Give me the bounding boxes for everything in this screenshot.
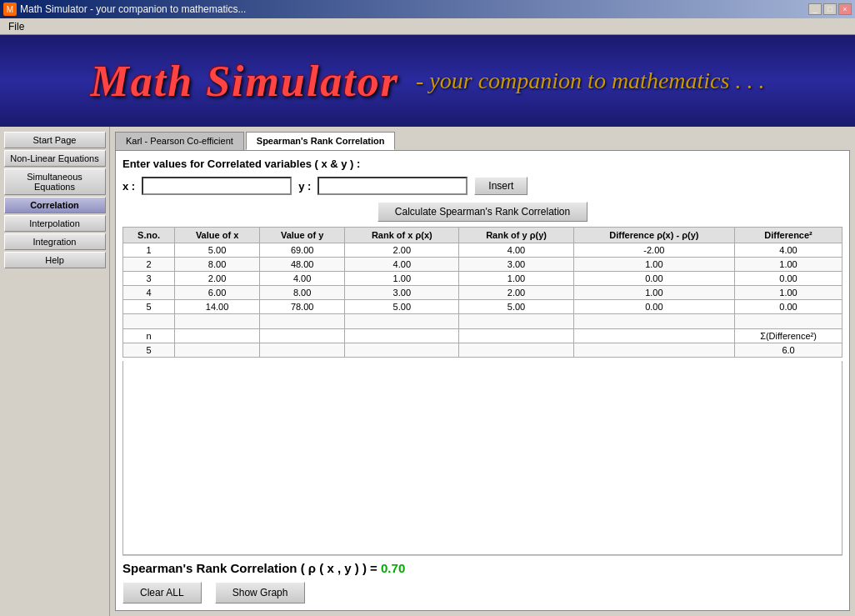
insert-button[interactable]: Insert — [474, 177, 528, 195]
cell-rankx: 5.00 — [345, 300, 459, 314]
cell-y: 48.00 — [260, 258, 345, 272]
cell-x: 6.00 — [175, 286, 260, 300]
title-text: Math Simulator - your companion to mathe… — [20, 3, 246, 15]
cell-sum-label: Σ(Difference²) — [735, 329, 842, 343]
sidebar-item-simultaneous[interactable]: Simultaneous Equations — [4, 168, 106, 195]
cell-x: 8.00 — [175, 258, 260, 272]
cell-sno: 4 — [123, 286, 175, 300]
maximize-button[interactable]: □ — [823, 3, 837, 15]
tab-panel-spearmans: Enter values for Correlated variables ( … — [115, 150, 850, 611]
result-label: Spearman's Rank Correlation ( ρ ( x , y … — [122, 561, 378, 575]
cell-x: 2.00 — [175, 272, 260, 286]
cell-sum-value: 6.0 — [735, 343, 842, 358]
cell-sno: 3 — [123, 272, 175, 286]
table-empty-row — [123, 314, 842, 329]
x-input[interactable] — [142, 177, 292, 195]
minimize-button[interactable]: _ — [808, 3, 822, 15]
tab-karl-pearson[interactable]: Karl - Pearson Co-efficient — [115, 132, 244, 150]
sidebar-item-correlation[interactable]: Correlation — [4, 197, 106, 213]
clear-all-button[interactable]: Clear ALL — [122, 582, 202, 603]
sidebar: Start Page Non-Linear Equations Simultan… — [0, 127, 110, 616]
cell-diffsq: 1.00 — [735, 286, 842, 300]
cell-ranky: 4.00 — [459, 243, 573, 258]
window-controls: _ □ × — [808, 3, 852, 15]
chart-area — [122, 361, 842, 555]
cell-rankx: 1.00 — [345, 272, 459, 286]
cell-ranky: 1.00 — [459, 272, 573, 286]
cell-rankx: 4.00 — [345, 258, 459, 272]
cell-diffsq: 0.00 — [735, 272, 842, 286]
header-banner: Math Simulator - your companion to mathe… — [0, 35, 855, 127]
panel-title: Enter values for Correlated variables ( … — [122, 158, 842, 170]
cell-diff: 1.00 — [573, 286, 734, 300]
table-row: 3 2.00 4.00 1.00 1.00 0.00 0.00 — [123, 272, 842, 286]
sidebar-item-integration[interactable]: Integration — [4, 233, 106, 250]
sidebar-item-start-page[interactable]: Start Page — [4, 132, 106, 148]
cell-x: 14.00 — [175, 300, 260, 314]
data-table: S.no. Value of x Value of y Rank of x ρ(… — [122, 227, 842, 358]
table-row: 4 6.00 8.00 3.00 2.00 1.00 1.00 — [123, 286, 842, 300]
main-layout: Start Page Non-Linear Equations Simultan… — [0, 127, 855, 616]
result-value: 0.70 — [381, 561, 405, 575]
menu-bar: File — [0, 18, 855, 35]
cell-x: 5.00 — [175, 243, 260, 258]
title-bar: M Math Simulator - your companion to mat… — [0, 0, 855, 18]
tabs: Karl - Pearson Co-efficient Spearman's R… — [115, 132, 850, 150]
col-header-ranky: Rank of y ρ(y) — [459, 228, 573, 243]
cell-diff: 1.00 — [573, 258, 734, 272]
cell-y: 8.00 — [260, 286, 345, 300]
table-row: 2 8.00 48.00 4.00 3.00 1.00 1.00 — [123, 258, 842, 272]
cell-y: 4.00 — [260, 272, 345, 286]
cell-diff: 0.00 — [573, 300, 734, 314]
cell-diffsq: 1.00 — [735, 258, 842, 272]
col-header-diff: Difference ρ(x) - ρ(y) — [573, 228, 734, 243]
sidebar-item-help[interactable]: Help — [4, 252, 106, 268]
table-summary-row-1: n Σ(Difference²) — [123, 329, 842, 343]
cell-n-value: 5 — [123, 343, 175, 358]
cell-ranky: 5.00 — [459, 300, 573, 314]
cell-n-label: n — [123, 329, 175, 343]
col-header-x: Value of x — [175, 228, 260, 243]
calculate-button[interactable]: Calculate Spearman's Rank Correlation — [378, 202, 588, 222]
cell-diff: 0.00 — [573, 272, 734, 286]
app-subtitle: - your companion to mathematics . . . — [416, 68, 764, 94]
cell-rankx: 2.00 — [345, 243, 459, 258]
cell-diffsq: 4.00 — [735, 243, 842, 258]
cell-rankx: 3.00 — [345, 286, 459, 300]
table-row: 5 14.00 78.00 5.00 5.00 0.00 0.00 — [123, 300, 842, 314]
app-icon: M — [3, 3, 17, 16]
cell-y: 69.00 — [260, 243, 345, 258]
cell-diffsq: 0.00 — [735, 300, 842, 314]
cell-y: 78.00 — [260, 300, 345, 314]
col-header-diffsq: Difference² — [735, 228, 842, 243]
col-header-rankx: Rank of x ρ(x) — [345, 228, 459, 243]
col-header-y: Value of y — [260, 228, 345, 243]
tab-spearmans[interactable]: Spearman's Rank Correlation — [246, 132, 396, 150]
col-header-sno: S.no. — [123, 228, 175, 243]
close-button[interactable]: × — [838, 3, 852, 15]
sidebar-item-nonlinear[interactable]: Non-Linear Equations — [4, 150, 106, 167]
x-label: x : — [122, 180, 135, 193]
y-input[interactable] — [318, 177, 468, 195]
table-summary-row-2: 5 6.0 — [123, 343, 842, 358]
show-graph-button[interactable]: Show Graph — [215, 582, 306, 603]
file-menu[interactable]: File — [3, 19, 29, 34]
result-text: Spearman's Rank Correlation ( ρ ( x , y … — [122, 561, 842, 575]
sidebar-item-interpolation[interactable]: Interpolation — [4, 215, 106, 232]
table-row: 1 5.00 69.00 2.00 4.00 -2.00 4.00 — [123, 243, 842, 258]
content-area: Karl - Pearson Co-efficient Spearman's R… — [110, 127, 855, 616]
result-area: Spearman's Rank Correlation ( ρ ( x , y … — [122, 555, 842, 603]
cell-sno: 1 — [123, 243, 175, 258]
cell-sno: 5 — [123, 300, 175, 314]
y-label: y : — [298, 180, 311, 193]
cell-ranky: 2.00 — [459, 286, 573, 300]
cell-ranky: 3.00 — [459, 258, 573, 272]
bottom-buttons: Clear ALL Show Graph — [122, 582, 842, 603]
cell-diff: -2.00 — [573, 243, 734, 258]
input-row: x : y : Insert — [122, 177, 842, 195]
cell-sno: 2 — [123, 258, 175, 272]
app-title: Math Simulator — [91, 57, 399, 106]
